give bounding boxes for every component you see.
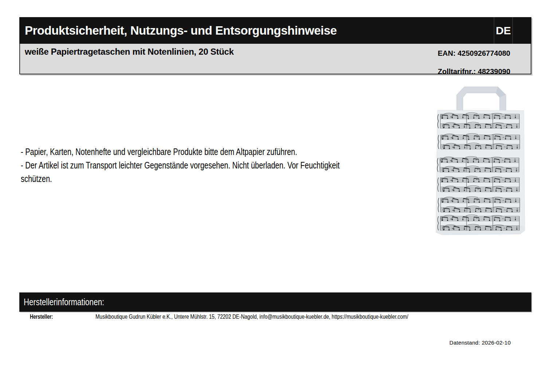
header-title-bar: Produktsicherheit, Nutzungs- und Entsorg… bbox=[19, 17, 531, 44]
data-status: Datenstand: 2026-02-10 bbox=[449, 339, 511, 346]
language-code: DE bbox=[496, 24, 511, 37]
header-product-bar: weiße Papiertragetaschen mit Notenlinien… bbox=[19, 44, 531, 74]
note-line: - Papier, Karten, Notenhefte und verglei… bbox=[21, 147, 420, 160]
product-name: weiße Papiertragetaschen mit Notenlinien… bbox=[25, 47, 234, 57]
tariff-code: Zolltarifnr.: 48239090 bbox=[438, 62, 510, 81]
ean-code: EAN: 4250926774080 bbox=[438, 44, 510, 62]
note-line: - Der Artikel ist zum Transport leichter… bbox=[21, 160, 420, 174]
product-safety-sheet: Produktsicherheit, Nutzungs- und Entsorg… bbox=[0, 0, 554, 392]
manufacturer-label: Hersteller: bbox=[30, 314, 59, 320]
product-codes: EAN: 4250926774080 Zolltarifnr.: 4823909… bbox=[438, 44, 510, 81]
header-table: Produktsicherheit, Nutzungs- und Entsorg… bbox=[19, 17, 531, 74]
product-image-bag bbox=[434, 86, 526, 236]
page-title: Produktsicherheit, Nutzungs- und Entsorg… bbox=[19, 24, 337, 38]
language-cell: DE bbox=[494, 17, 513, 44]
manufacturer-section-bar: Herstellerinformationen: bbox=[19, 292, 531, 312]
manufacturer-value: Musikboutique Gudrun Kübler e.K., Untere… bbox=[95, 313, 487, 321]
note-line: schützen. bbox=[21, 174, 420, 187]
safety-notes: - Papier, Karten, Notenhefte und verglei… bbox=[21, 147, 420, 187]
manufacturer-section-title: Herstellerinformationen: bbox=[19, 296, 124, 308]
